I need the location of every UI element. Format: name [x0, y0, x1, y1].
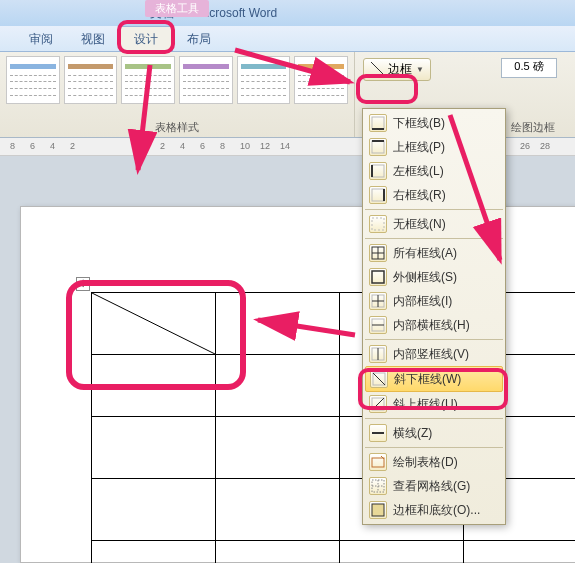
table-style-6[interactable]: [294, 56, 348, 104]
svg-rect-32: [372, 504, 384, 516]
inside-border-icon: [369, 292, 387, 310]
table-cell[interactable]: [216, 355, 340, 417]
svg-line-25: [372, 398, 384, 410]
tab-view[interactable]: 视图: [67, 27, 119, 51]
svg-line-0: [371, 62, 383, 74]
table-styles-group-label: 表格样式: [0, 120, 354, 135]
table-cell[interactable]: [92, 355, 216, 417]
borders-dropdown-button[interactable]: 边框 ▼: [363, 58, 431, 81]
svg-line-1: [92, 293, 215, 354]
border-menu-item-label: 内部竖框线(V): [393, 346, 469, 363]
hline-border-icon: [369, 424, 387, 442]
border-menu-item-label: 上框线(P): [393, 139, 445, 156]
table-style-4[interactable]: [179, 56, 233, 104]
draw-borders-group-label: 绘图边框: [511, 120, 555, 135]
border-menu-item-label: 左框线(L): [393, 163, 444, 180]
border-menu-item-label: 所有框线(A): [393, 245, 457, 262]
table-cell[interactable]: [92, 541, 216, 564]
tab-review[interactable]: 审阅: [15, 27, 67, 51]
borders-shading-border-icon: [369, 501, 387, 519]
border-menu-item-diag-up[interactable]: 斜上框线(U): [365, 392, 503, 416]
ruler-tick: 4: [50, 141, 55, 151]
table-style-3[interactable]: [121, 56, 175, 104]
border-menu-item-none[interactable]: 无框线(N): [365, 212, 503, 236]
border-menu-item-bottom[interactable]: 下框线(B): [365, 111, 503, 135]
border-menu-item-outside[interactable]: 外侧框线(S): [365, 265, 503, 289]
svg-line-23: [373, 373, 385, 385]
table-cell-diagonal[interactable]: ✥: [92, 293, 216, 355]
border-menu-item-label: 边框和底纹(O)...: [393, 502, 480, 519]
table-cell[interactable]: [216, 541, 340, 564]
pen-width-value[interactable]: 0.5 磅: [501, 58, 557, 78]
border-menu-item-label: 斜上框线(U): [393, 396, 458, 413]
ruler-tick: 14: [280, 141, 290, 151]
border-menu-item-all[interactable]: 所有框线(A): [365, 241, 503, 265]
view-grid-border-icon: [369, 477, 387, 495]
draw-table-border-icon: [369, 453, 387, 471]
table-cell[interactable]: [92, 417, 216, 479]
menu-separator: [365, 339, 503, 340]
ruler-tick: 6: [30, 141, 35, 151]
table-style-5[interactable]: [237, 56, 291, 104]
border-menu-item-left[interactable]: 左框线(L): [365, 159, 503, 183]
ruler-tick: 4: [180, 141, 185, 151]
title-bar: 表格工具 文档1 - Microsoft Word: [0, 0, 575, 26]
table-styles-group: 表格样式: [0, 52, 355, 137]
chevron-down-icon: ▼: [416, 65, 424, 74]
svg-rect-2: [372, 117, 384, 129]
ruler-tick: 2: [70, 141, 75, 151]
tab-layout[interactable]: 布局: [173, 27, 225, 51]
menu-separator: [365, 209, 503, 210]
border-menu-item-label: 斜下框线(W): [394, 371, 461, 388]
svg-rect-10: [372, 218, 384, 230]
ribbon-tabs: 审阅 视图 设计 布局: [0, 26, 575, 52]
menu-separator: [365, 418, 503, 419]
border-menu-item-label: 内部框线(I): [393, 293, 452, 310]
ruler-tick: 8: [220, 141, 225, 151]
top-border-icon: [369, 138, 387, 156]
border-menu-item-top[interactable]: 上框线(P): [365, 135, 503, 159]
ruler-tick: 6: [200, 141, 205, 151]
ruler-tick: 10: [240, 141, 250, 151]
border-menu-item-hline[interactable]: 横线(Z): [365, 421, 503, 445]
outside-border-icon: [369, 268, 387, 286]
table-move-handle-icon[interactable]: ✥: [76, 277, 90, 291]
ruler-tick: 26: [520, 141, 530, 151]
inside-v-border-icon: [369, 345, 387, 363]
all-border-icon: [369, 244, 387, 262]
bottom-border-icon: [369, 114, 387, 132]
border-menu-item-inside[interactable]: 内部框线(I): [365, 289, 503, 313]
ruler-tick: 12: [260, 141, 270, 151]
svg-rect-27: [372, 458, 384, 467]
border-menu-item-borders-shading[interactable]: 边框和底纹(O)...: [365, 498, 503, 522]
table-cell[interactable]: [340, 541, 464, 564]
table-cell[interactable]: [92, 479, 216, 541]
table-cell[interactable]: [216, 417, 340, 479]
ruler-tick: 8: [10, 141, 15, 151]
border-menu-item-inside-h[interactable]: 内部横框线(H): [365, 313, 503, 337]
tab-design[interactable]: 设计: [119, 26, 173, 51]
borders-dropdown-menu: 下框线(B)上框线(P)左框线(L)右框线(R)无框线(N)所有框线(A)外侧框…: [362, 108, 506, 525]
table-cell[interactable]: [216, 293, 340, 355]
table-style-1[interactable]: [6, 56, 60, 104]
border-menu-item-diag-down[interactable]: 斜下框线(W): [365, 366, 503, 392]
border-menu-item-right[interactable]: 右框线(R): [365, 183, 503, 207]
border-menu-item-label: 绘制表格(D): [393, 454, 458, 471]
border-menu-item-draw-table[interactable]: 绘制表格(D): [365, 450, 503, 474]
table-tools-contextual-tab-label: 表格工具: [145, 0, 209, 17]
svg-rect-6: [372, 165, 384, 177]
inside-h-border-icon: [369, 316, 387, 334]
border-menu-item-label: 外侧框线(S): [393, 269, 457, 286]
table-cell[interactable]: [216, 479, 340, 541]
border-menu-item-inside-v[interactable]: 内部竖框线(V): [365, 342, 503, 366]
borders-button-label: 边框: [388, 61, 412, 78]
ruler-tick: 28: [540, 141, 550, 151]
menu-separator: [365, 447, 503, 448]
border-menu-item-label: 横线(Z): [393, 425, 432, 442]
border-menu-item-view-grid[interactable]: 查看网格线(G): [365, 474, 503, 498]
table-style-2[interactable]: [64, 56, 118, 104]
right-border-icon: [369, 186, 387, 204]
table-cell[interactable]: [464, 541, 576, 564]
diagonal-line-icon: [370, 61, 384, 78]
svg-rect-4: [372, 141, 384, 153]
